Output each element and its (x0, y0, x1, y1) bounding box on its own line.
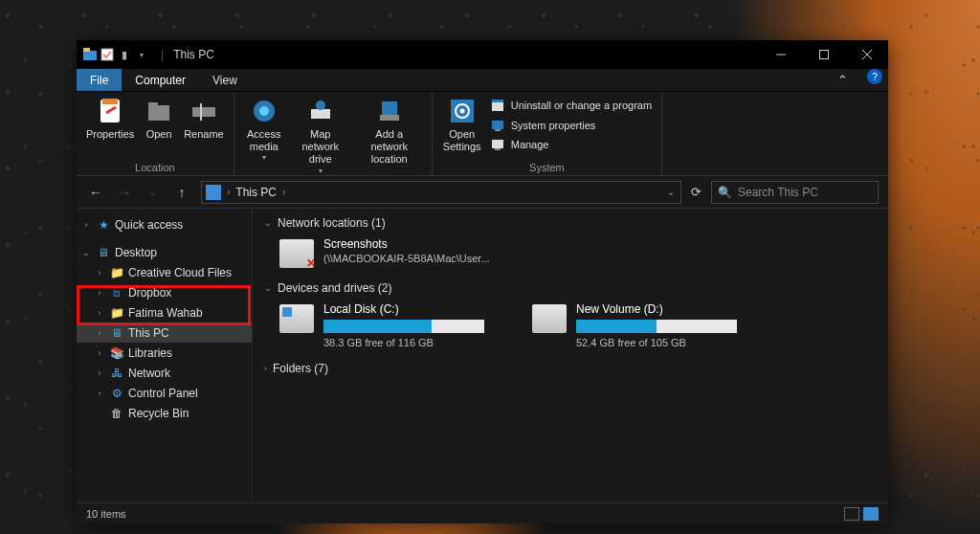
network-location-item[interactable]: Screenshots (\\MACBOOKAIR-5B8A\Mac\User.… (279, 237, 490, 268)
rename-button[interactable]: Rename (180, 94, 228, 143)
chevron-down-icon[interactable]: ⌄ (264, 218, 272, 228)
properties-button[interactable]: Properties (82, 94, 138, 143)
titlebar[interactable]: ▮ ▾ | This PC (77, 40, 888, 69)
drive-item-d[interactable]: New Volume (D:) 52.4 GB free of 105 GB (532, 302, 737, 348)
details-view-button[interactable] (844, 507, 859, 521)
refresh-button[interactable]: ⟳ (691, 185, 702, 199)
uninstall-label: Uninstall or change a program (511, 98, 652, 114)
qat-dropdown-icon[interactable]: ▾ (134, 47, 149, 62)
ribbon-collapse-button[interactable]: ⌃ (824, 69, 861, 91)
nav-pane[interactable]: › ★ Quick access ⌄ 🖥 Desktop › 📁 Creativ… (77, 209, 253, 502)
sidebar-desktop[interactable]: ⌄ 🖥 Desktop (77, 242, 252, 262)
search-input[interactable]: 🔍 Search This PC (711, 181, 879, 204)
svg-point-20 (459, 109, 464, 114)
chevron-right-icon[interactable]: › (282, 187, 285, 197)
chevron-right-icon[interactable]: › (80, 220, 92, 230)
address-input[interactable]: › This PC › ⌄ (201, 181, 681, 204)
chevron-right-icon[interactable]: › (94, 328, 105, 338)
chevron-right-icon[interactable]: › (94, 288, 105, 298)
ribbon-group-system-label: System (438, 161, 656, 175)
svg-rect-8 (148, 105, 169, 121)
chevron-right-icon[interactable]: › (94, 368, 105, 378)
chevron-right-icon[interactable]: › (94, 348, 105, 358)
recent-dropdown[interactable]: ⌄ (144, 188, 163, 197)
rename-label: Rename (184, 128, 224, 141)
tab-computer[interactable]: Computer (122, 69, 199, 91)
tab-view[interactable]: View (199, 69, 251, 91)
chevron-down-icon[interactable]: ⌄ (264, 283, 272, 293)
svg-point-13 (259, 106, 269, 116)
group-network-locations[interactable]: ⌄ Network locations (1) (253, 212, 888, 234)
chevron-right-icon[interactable]: › (94, 308, 105, 318)
window-title: This PC (169, 48, 759, 61)
help-icon[interactable]: ? (867, 69, 882, 84)
drive-name: New Volume (D:) (576, 302, 737, 316)
uninstall-button[interactable]: Uninstall or change a program (486, 96, 656, 116)
svg-rect-21 (492, 101, 503, 111)
star-icon: ★ (96, 217, 111, 233)
qat-checkbox-icon[interactable] (100, 47, 115, 62)
close-button[interactable] (845, 40, 888, 69)
sys-props-button[interactable]: System properties (486, 116, 656, 136)
sidebar-item-creative-cloud[interactable]: › 📁 Creative Cloud Files (77, 262, 252, 282)
status-item-count: 10 items (86, 508, 126, 520)
up-button[interactable]: ↑ (172, 185, 191, 200)
group-devices-drives[interactable]: ⌄ Devices and drives (2) (253, 278, 888, 299)
open-button[interactable]: Open (138, 94, 180, 143)
access-media-button[interactable]: Access media ▾ (240, 94, 288, 165)
sidebar-item-control-panel[interactable]: › ⚙ Control Panel (77, 383, 252, 403)
view-switcher (844, 507, 879, 521)
disk-icon (532, 304, 567, 333)
folder-icon: 📁 (109, 265, 124, 280)
manage-button[interactable]: Manage (486, 135, 656, 155)
item-name: Screenshots (323, 237, 490, 251)
open-icon (144, 96, 174, 126)
sidebar-item-libraries[interactable]: › 📚 Libraries (77, 343, 252, 363)
address-dropdown-icon[interactable]: ⌄ (667, 187, 677, 197)
window-controls (759, 40, 888, 69)
sidebar-item-this-pc[interactable]: › 🖥 This PC (77, 323, 252, 343)
svg-rect-22 (492, 100, 503, 102)
maximize-button[interactable] (802, 40, 845, 69)
access-media-label: Access media (244, 128, 284, 153)
dropdown-icon: ▾ (319, 167, 323, 176)
sidebar-item-label: Control Panel (128, 387, 198, 400)
tiles-view-button[interactable] (863, 507, 879, 521)
back-button[interactable]: ← (86, 185, 105, 200)
sidebar-quick-access[interactable]: › ★ Quick access (77, 214, 252, 234)
content-pane[interactable]: ⌄ Network locations (1) Screenshots (\\M… (253, 209, 888, 502)
explorer-window: ▮ ▾ | This PC File Computer View ⌃ ? Pro… (77, 40, 888, 523)
forward-button[interactable]: → (115, 185, 134, 200)
breadcrumb-root[interactable]: This PC (235, 186, 277, 199)
add-location-button[interactable]: Add a network location (353, 94, 426, 168)
sidebar-item-label: Quick access (115, 218, 183, 232)
svg-rect-23 (492, 121, 503, 129)
drive-item-c[interactable]: Local Disk (C:) 38.3 GB free of 116 GB (279, 302, 484, 348)
sidebar-item-recycle-bin[interactable]: 🗑 Recycle Bin (77, 403, 252, 423)
ribbon-group-system: Open Settings Uninstall or change a prog… (433, 92, 662, 175)
map-drive-button[interactable]: Map network drive ▾ (288, 94, 353, 177)
sidebar-item-dropbox[interactable]: › ⧈ Dropbox (77, 282, 252, 302)
sidebar-item-network[interactable]: › 🖧 Network (77, 363, 252, 383)
add-location-icon (374, 96, 405, 126)
drive-name: Local Disk (C:) (323, 302, 484, 316)
open-settings-button[interactable]: Open Settings (438, 94, 486, 155)
drive-usage-fill (323, 320, 432, 333)
minimize-button[interactable] (759, 40, 802, 69)
chevron-right-icon[interactable]: › (227, 187, 230, 197)
libraries-icon: 📚 (109, 345, 124, 361)
tab-file[interactable]: File (77, 69, 122, 91)
svg-point-15 (316, 100, 325, 110)
chevron-right-icon[interactable]: › (264, 364, 267, 373)
map-drive-label: Map network drive (292, 128, 349, 167)
sidebar-item-label: Creative Cloud Files (128, 266, 232, 279)
qat-folder-icon[interactable]: ▮ (117, 47, 132, 62)
sidebar-item-label: Dropbox (128, 286, 171, 300)
svg-rect-10 (192, 107, 215, 117)
chevron-down-icon[interactable]: ⌄ (80, 248, 92, 257)
ribbon-tabs: File Computer View ⌃ ? (77, 69, 888, 92)
chevron-right-icon[interactable]: › (94, 389, 105, 398)
chevron-right-icon[interactable]: › (94, 268, 105, 278)
group-folders[interactable]: › Folders (7) (253, 358, 888, 379)
sidebar-item-user[interactable]: › 📁 Fatima Wahab (77, 302, 252, 323)
